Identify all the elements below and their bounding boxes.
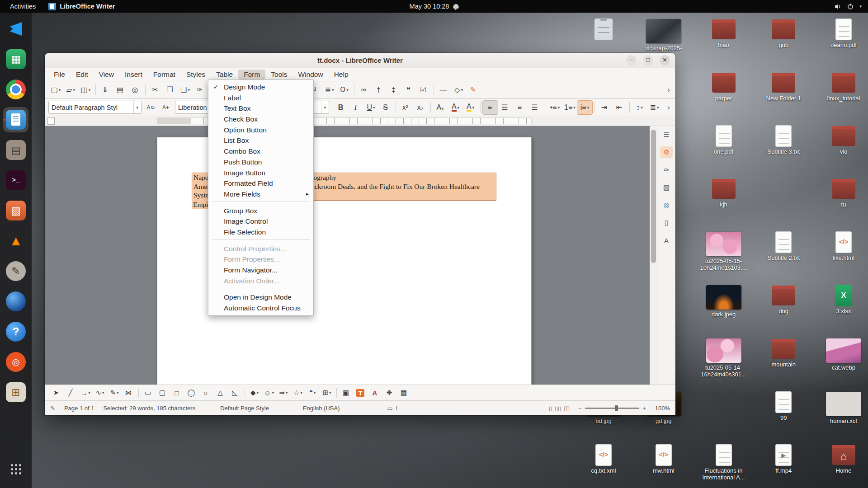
form-menu-item-design-mode[interactable]: Design Mode: [208, 82, 313, 93]
rectangle[interactable]: ▭: [141, 386, 156, 399]
document-canvas[interactable]: Napo iography Amer ackroom Deals, and th…: [45, 126, 650, 385]
new[interactable]: ▢▾: [48, 83, 63, 97]
open[interactable]: ▱▾: [63, 83, 78, 97]
select[interactable]: ➤: [49, 386, 64, 399]
selection-mode-icon[interactable]: ▭: [387, 405, 393, 412]
word-count-indicator[interactable]: Selected: 29 words, 185 characters: [103, 405, 195, 412]
form-menu-item-image-button[interactable]: Image Button: [208, 168, 313, 178]
separator[interactable]: [336, 388, 337, 398]
zoom-level-indicator[interactable]: 100%: [655, 405, 670, 412]
book-view-icon[interactable]: ◫: [564, 405, 569, 412]
cut[interactable]: ✂: [148, 83, 163, 97]
desktop-icon-one-pdf[interactable]: one.pdf: [698, 123, 750, 174]
menu-format[interactable]: Format: [148, 70, 181, 80]
insert-mode-icon[interactable]: I: [396, 405, 398, 412]
vertical-scrollbar[interactable]: [650, 126, 657, 385]
update-style[interactable]: A↻: [143, 101, 158, 114]
separator[interactable]: [545, 102, 545, 113]
chrome[interactable]: [3, 77, 28, 102]
bold[interactable]: B: [334, 101, 349, 114]
page-deck[interactable]: ▯: [660, 217, 673, 229]
save[interactable]: ◫▾: [78, 83, 93, 97]
single-page-view-icon[interactable]: ▯: [549, 405, 552, 412]
block-arrows[interactable]: ⇒▾: [276, 386, 291, 399]
desktop-icon-fluctuations-in-international-a[interactable]: Fluctuations in International A...: [698, 442, 750, 488]
zoom-out-button[interactable]: −: [579, 405, 582, 412]
isosceles-triangle[interactable]: △: [213, 386, 228, 399]
clock[interactable]: May 30 10:28: [410, 3, 459, 10]
terminal[interactable]: >_: [3, 168, 28, 193]
horizontal-line[interactable]: ―: [436, 83, 451, 97]
form-menu-item[interactable]: [208, 239, 313, 244]
paragraph-style-combo[interactable]: Default Paragraph Styl ▾: [48, 101, 142, 114]
separator[interactable]: [629, 102, 630, 113]
desktop-icon-cq-txt-xml[interactable]: cq.txt.xml: [578, 442, 629, 488]
menu-styles[interactable]: Styles: [181, 70, 211, 80]
desktop-icon-linux-tutorial[interactable]: linux_tutorial: [818, 70, 868, 121]
separator[interactable]: [430, 102, 431, 113]
clone-formatting[interactable]: ✑: [193, 83, 208, 97]
show-draw-functions[interactable]: ✎: [466, 83, 481, 97]
form-menu-item-activation-order[interactable]: Activation Order...: [208, 276, 313, 286]
desktop-icon-3-xlsx[interactable]: 3.xlsx: [818, 283, 868, 333]
insert-text-box[interactable]: T: [354, 386, 368, 399]
menu-help[interactable]: Help: [329, 70, 354, 80]
horizontal-ruler[interactable]: [45, 116, 675, 126]
group[interactable]: ▦: [397, 386, 411, 399]
form-menu-item-combo-box[interactable]: Combo Box: [208, 146, 313, 157]
minimize-button[interactable]: −: [626, 55, 637, 66]
fontwork[interactable]: A: [368, 386, 382, 399]
desktop-icon-cat-webp[interactable]: cat.webp: [818, 336, 868, 387]
menu-window[interactable]: Window: [293, 70, 329, 80]
superscript[interactable]: x²: [398, 101, 413, 114]
special-character[interactable]: Ω▾: [337, 83, 352, 97]
italic[interactable]: I: [349, 101, 363, 114]
underline[interactable]: U▾: [363, 101, 378, 114]
align-right[interactable]: ≡: [513, 101, 528, 114]
desktop-icon-tu2025-05-15-10h24m01s103[interactable]: tu2025-05-15-10h24m01s103....: [698, 230, 750, 280]
vlc[interactable]: ▲: [3, 228, 28, 253]
copy[interactable]: ❐: [163, 83, 178, 97]
form-menu-item[interactable]: [208, 288, 313, 292]
system-tray[interactable]: ▾: [835, 3, 862, 9]
highlighting-color[interactable]: A▾: [463, 101, 478, 114]
form-menu-item-text-box[interactable]: Text Box: [208, 103, 313, 114]
desktop-icon-mw-html[interactable]: mw.html: [638, 442, 689, 488]
form-menu-item-label[interactable]: Label: [208, 93, 313, 103]
ubuntu-desktop[interactable]: ◎: [3, 349, 28, 375]
maximize-button[interactable]: □: [643, 55, 653, 66]
symbol-shapes[interactable]: ☺▾: [262, 386, 276, 399]
insert-endnote[interactable]: ‡: [387, 83, 401, 97]
export-pdf[interactable]: ⇓: [98, 83, 113, 97]
sidebar-settings[interactable]: ☰: [660, 129, 673, 141]
form-menu-item[interactable]: [208, 202, 313, 206]
desktop-icon-gub[interactable]: gub: [758, 17, 809, 67]
insert-comment[interactable]: ❝: [401, 83, 416, 97]
focused-app-indicator[interactable]: LibreOffice Writer: [48, 3, 115, 10]
desktop-icon-dark-jpeg[interactable]: dark.jpeg: [698, 283, 750, 333]
scrollbar-thumb[interactable]: [651, 130, 656, 263]
circle[interactable]: ○: [199, 386, 213, 399]
gimp[interactable]: ✎: [3, 258, 28, 284]
titlebar[interactable]: tt.docx - LibreOffice Writer − □ ✕: [45, 53, 675, 68]
paste[interactable]: ❏▾: [178, 83, 193, 97]
form-menu-item-control-properties[interactable]: Control Properties...: [208, 244, 313, 254]
curve[interactable]: ∿▾: [93, 386, 107, 399]
basic-shapes[interactable]: ◆▾: [247, 386, 262, 399]
rounded-rectangle[interactable]: ▢: [156, 386, 170, 399]
menu-form[interactable]: Form: [238, 70, 265, 80]
font-color[interactable]: A▾: [448, 101, 463, 114]
separator[interactable]: [594, 102, 595, 113]
form-menu-item-file-selection[interactable]: File Selection: [208, 227, 313, 238]
page-style-indicator[interactable]: Default Page Style: [220, 405, 269, 412]
toolbar-overflow-button[interactable]: ›: [665, 103, 672, 112]
desktop-icon-deano-pdf[interactable]: deano.pdf: [818, 17, 868, 67]
form-menu-item-option-button[interactable]: Option Button: [208, 125, 313, 136]
insert-frame[interactable]: ▣: [339, 386, 354, 399]
paragraph-spacing[interactable]: ↕▾: [632, 101, 647, 114]
line-ends-arrow[interactable]: →▾: [78, 386, 93, 399]
line-spacing[interactable]: ≣▾: [647, 101, 662, 114]
toolbar-overflow-button[interactable]: ›: [665, 85, 672, 94]
menu-edit[interactable]: Edit: [71, 70, 94, 80]
desktop-icon-like-html[interactable]: like.html: [818, 230, 868, 280]
